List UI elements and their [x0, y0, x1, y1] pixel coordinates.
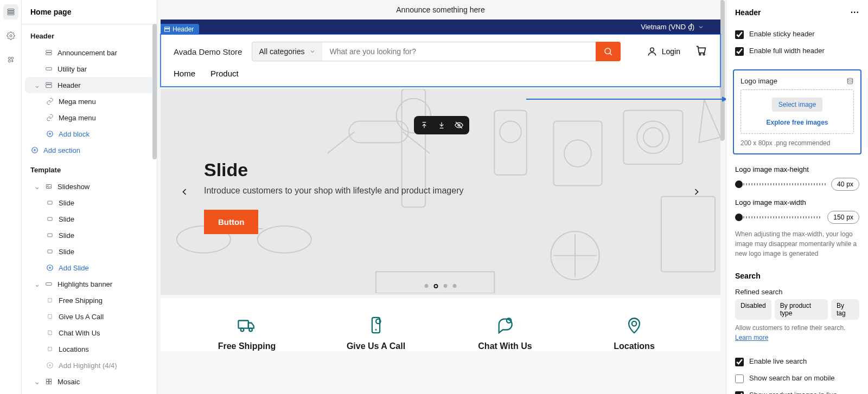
- search-icon: [603, 47, 613, 56]
- tree-label: Mega menu: [59, 98, 96, 106]
- header-selection-badge[interactable]: Header: [161, 24, 199, 35]
- chevron-down-icon: [698, 24, 704, 30]
- seg-producttype[interactable]: By product type: [775, 299, 828, 320]
- storefront-header[interactable]: Avada Demo Store All categories Login: [161, 34, 720, 87]
- move-down-btn[interactable]: [436, 119, 448, 131]
- mobile-search-checkbox[interactable]: Show search bar on mobile: [735, 370, 859, 387]
- search-group: All categories: [252, 42, 621, 61]
- highlight-label: Free Shipping: [182, 341, 311, 351]
- maxheight-slider[interactable]: [735, 183, 826, 185]
- apps-rail-btn[interactable]: [3, 52, 18, 67]
- maxwidth-slider[interactable]: [735, 216, 822, 218]
- tree-label: Add block: [59, 130, 90, 138]
- svg-rect-1: [8, 11, 14, 13]
- tree-label: Chat With Us: [59, 329, 100, 337]
- login-link[interactable]: Login: [647, 46, 680, 57]
- highlight-shipping[interactable]: Free Shipping: [182, 314, 311, 351]
- hide-btn[interactable]: [453, 119, 465, 131]
- move-up-btn[interactable]: [418, 119, 430, 131]
- search-section-head: Search: [726, 265, 868, 282]
- refined-search-label: Refined search: [726, 282, 868, 299]
- more-button[interactable]: ···: [851, 8, 859, 17]
- tree-announcement[interactable]: Announcement bar: [25, 44, 154, 61]
- svg-point-55: [241, 328, 244, 332]
- tree-slide[interactable]: Slide: [25, 195, 154, 211]
- tree-label: Add Slide: [59, 264, 89, 272]
- badge-label: Header: [173, 25, 194, 33]
- tree-hl-item[interactable]: Locations: [25, 341, 154, 357]
- slide-subtitle: Introduce customers to your shop with li…: [204, 186, 463, 196]
- seg-disabled[interactable]: Disabled: [735, 299, 771, 320]
- tree-highlights[interactable]: ⌄Highlights banner: [25, 276, 154, 292]
- main-nav: Home Product: [161, 69, 720, 87]
- tree-label: Slideshow: [58, 183, 90, 191]
- tree-megamenu[interactable]: Mega menu: [25, 109, 154, 126]
- tree-slideshow[interactable]: ⌄Slideshow: [25, 178, 154, 195]
- phone-icon: [365, 314, 387, 336]
- svg-rect-22: [48, 299, 52, 302]
- fullwidth-header-checkbox[interactable]: Enable full width header: [735, 43, 859, 60]
- maxheight-input[interactable]: 40px: [831, 178, 859, 191]
- add-section[interactable]: Add section: [25, 142, 154, 158]
- svg-rect-19: [48, 250, 52, 253]
- tree-slide[interactable]: Slide: [25, 243, 154, 260]
- svg-point-44: [500, 121, 521, 143]
- search-button[interactable]: [596, 42, 621, 61]
- live-search-checkbox[interactable]: Enable live search: [735, 353, 859, 370]
- highlight-label: Locations: [570, 341, 699, 351]
- svg-rect-32: [165, 29, 170, 32]
- maxwidth-input[interactable]: 150px: [827, 211, 859, 224]
- pin-icon: [623, 314, 645, 336]
- preview-canvas: Announce something here Header Vietnam (…: [157, 0, 726, 394]
- explore-free-images-link[interactable]: Explore free images: [766, 119, 828, 126]
- add-block[interactable]: Add block: [25, 126, 154, 142]
- select-image-button[interactable]: Select image: [772, 98, 822, 112]
- region-selector[interactable]: Vietnam (VND ₫): [641, 23, 704, 31]
- refined-help: Allow customers to refine their search.: [735, 324, 845, 332]
- login-label: Login: [662, 47, 680, 56]
- database-icon[interactable]: [846, 77, 854, 85]
- tree-hl-item[interactable]: Free Shipping: [25, 292, 154, 308]
- sticky-header-checkbox[interactable]: Enable sticky header: [735, 26, 859, 43]
- tree-slide[interactable]: Slide: [25, 211, 154, 227]
- svg-point-48: [637, 121, 669, 154]
- nav-home[interactable]: Home: [174, 69, 195, 78]
- tree-hl-item[interactable]: Give Us A Call: [25, 308, 154, 325]
- add-highlight[interactable]: Add Highlight (4/4): [25, 357, 154, 373]
- check-label: Enable full width header: [749, 47, 825, 55]
- tree-label: Header: [58, 81, 81, 89]
- slide-prev[interactable]: [177, 184, 192, 199]
- seg-bytag[interactable]: By tag: [831, 299, 859, 320]
- tree-megamenu[interactable]: Mega menu: [25, 93, 154, 109]
- add-slide[interactable]: Add Slide: [25, 260, 154, 276]
- product-images-checkbox[interactable]: Show product images in live search resul…: [735, 387, 859, 394]
- sections-rail-btn[interactable]: [3, 4, 18, 20]
- tree-utility[interactable]: Utility bar: [25, 61, 154, 77]
- tree-hl-item[interactable]: Chat With Us: [25, 325, 154, 341]
- truck-icon: [236, 314, 258, 336]
- slide-next[interactable]: [689, 184, 704, 199]
- nav-product[interactable]: Product: [210, 69, 239, 78]
- slide-button[interactable]: Button: [204, 210, 258, 234]
- category-label: All categories: [259, 47, 304, 56]
- logo-drop-zone[interactable]: Select image Explore free images: [741, 89, 854, 134]
- slide-title: Slide: [204, 159, 463, 180]
- left-scrollbar[interactable]: [152, 24, 157, 159]
- tree-header[interactable]: ⌄Header: [25, 77, 154, 93]
- category-select[interactable]: All categories: [252, 42, 322, 61]
- slide-dots[interactable]: [425, 284, 457, 288]
- search-input[interactable]: [322, 42, 596, 61]
- tree-label: Slide: [59, 215, 74, 223]
- structure-panel: Home page Header Announcement bar Utilit…: [22, 0, 157, 394]
- cart-button[interactable]: [695, 44, 707, 59]
- highlight-locations[interactable]: Locations: [570, 314, 699, 351]
- tree-mosaic[interactable]: ⌄Mosaic: [25, 373, 154, 390]
- settings-rail-btn[interactable]: [3, 28, 18, 43]
- highlight-chat[interactable]: Chat With Us: [441, 314, 570, 351]
- tree-slide[interactable]: Slide: [25, 227, 154, 243]
- highlight-call[interactable]: Give Us A Call: [311, 314, 441, 351]
- tree-label: Slide: [59, 248, 74, 256]
- learn-more-link[interactable]: Learn more: [735, 334, 768, 341]
- check-label: Show search bar on mobile: [749, 374, 835, 382]
- svg-rect-10: [46, 82, 52, 84]
